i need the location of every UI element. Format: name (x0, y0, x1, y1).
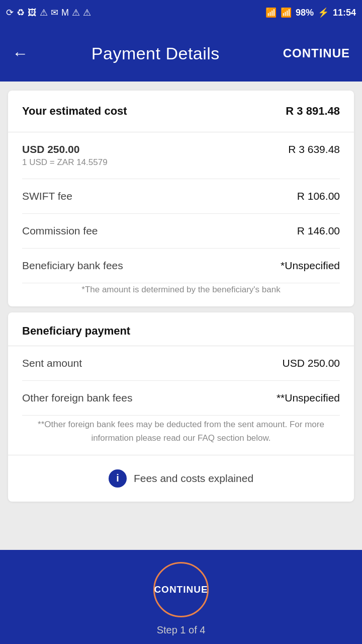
battery-icon: ⚡ (318, 7, 329, 18)
beneficiary-bank-fees-value: *Unspecified (281, 260, 340, 272)
warning3-icon: ⚠ (83, 7, 91, 18)
foreign-fees-label: Other foreign bank fees (22, 392, 132, 404)
step-indicator: Step 1 of 4 (157, 624, 206, 636)
beneficiary-payment-card: Beneficiary payment Sent amount USD 250.… (8, 312, 354, 502)
status-icons: ⟳ ♻ 🖼 ⚠ ✉ M ⚠ ⚠ (6, 7, 91, 18)
wifi-icon: 📶 (265, 7, 277, 18)
battery-level: 98% (296, 8, 314, 18)
fee-row-sent-amount: Sent amount USD 250.00 (22, 346, 340, 381)
sent-amount-label: Sent amount (22, 357, 82, 369)
page-title: Payment Details (92, 44, 220, 63)
fee-section: USD 250.00 1 USD = ZAR 14.5579 R 3 639.4… (8, 132, 354, 306)
fee-row-usd: USD 250.00 1 USD = ZAR 14.5579 R 3 639.4… (22, 132, 340, 179)
beneficiary-bank-fees-label: Beneficiary bank fees (22, 260, 123, 272)
fees-explained-label: Fees and costs explained (134, 472, 253, 485)
status-bar: ⟳ ♻ 🖼 ⚠ ✉ M ⚠ ⚠ 📶 📶 98% ⚡ 11:54 (0, 0, 362, 25)
fee-row-swift: SWIFT fee R 106.00 (22, 179, 340, 214)
commission-fee-label: Commission fee (22, 225, 98, 237)
warning-icon: ⚠ (40, 7, 48, 18)
recycle-icon: ♻ (17, 7, 25, 18)
fee-row-beneficiary-bank: Beneficiary bank fees *Unspecified (22, 249, 340, 283)
continue-button-top[interactable]: CONTINUE (283, 46, 350, 60)
estimated-cost-value: R 3 891.48 (286, 105, 340, 118)
main-content: Your estimated cost R 3 891.48 USD 250.0… (0, 82, 362, 550)
foreign-fees-value: **Unspecified (277, 392, 340, 404)
exchange-rate-label: 1 USD = ZAR 14.5579 (22, 157, 108, 168)
fees-explained-row[interactable]: i Fees and costs explained (8, 455, 354, 502)
foreign-fees-note: **Other foreign bank fees may be deducte… (22, 416, 340, 455)
signal-icon: 📶 (281, 7, 292, 18)
clock: 11:54 (333, 8, 356, 18)
sent-amount-value: USD 250.00 (283, 357, 340, 369)
swift-fee-value: R 106.00 (297, 190, 340, 202)
back-button[interactable]: ← (12, 44, 28, 63)
usd-amount-value: R 3 639.48 (288, 143, 340, 155)
bottom-bar: CONTINUE Step 1 of 4 (0, 550, 362, 644)
fee-row-commission: Commission fee R 146.00 (22, 214, 340, 249)
commission-fee-value: R 146.00 (297, 225, 340, 237)
status-right-icons: 📶 📶 98% ⚡ 11:54 (265, 7, 356, 18)
beneficiary-bank-note: *The amount is determined by the benefic… (22, 283, 340, 306)
fee-row-foreign-fees: Other foreign bank fees **Unspecified (22, 381, 340, 416)
sync-icon: ⟳ (6, 7, 14, 18)
estimated-cost-row: Your estimated cost R 3 891.48 (8, 91, 354, 132)
image-icon: 🖼 (28, 8, 37, 18)
app-bar: ← Payment Details CONTINUE (0, 25, 362, 82)
swift-fee-label: SWIFT fee (22, 190, 72, 202)
gmail-icon: M (61, 8, 69, 18)
usd-amount-label: USD 250.00 (22, 143, 108, 155)
beneficiary-payment-fee-section: Sent amount USD 250.00 Other foreign ban… (8, 346, 354, 455)
continue-button-bottom[interactable]: CONTINUE (153, 562, 209, 617)
email-icon: ✉ (51, 7, 58, 18)
fee-row-usd-left: USD 250.00 1 USD = ZAR 14.5579 (22, 143, 108, 168)
warning2-icon: ⚠ (72, 7, 80, 18)
info-icon: i (109, 469, 127, 488)
beneficiary-payment-title: Beneficiary payment (22, 325, 130, 337)
estimated-cost-card: Your estimated cost R 3 891.48 USD 250.0… (8, 91, 354, 306)
estimated-cost-label: Your estimated cost (22, 105, 127, 118)
beneficiary-payment-header: Beneficiary payment (8, 312, 354, 346)
